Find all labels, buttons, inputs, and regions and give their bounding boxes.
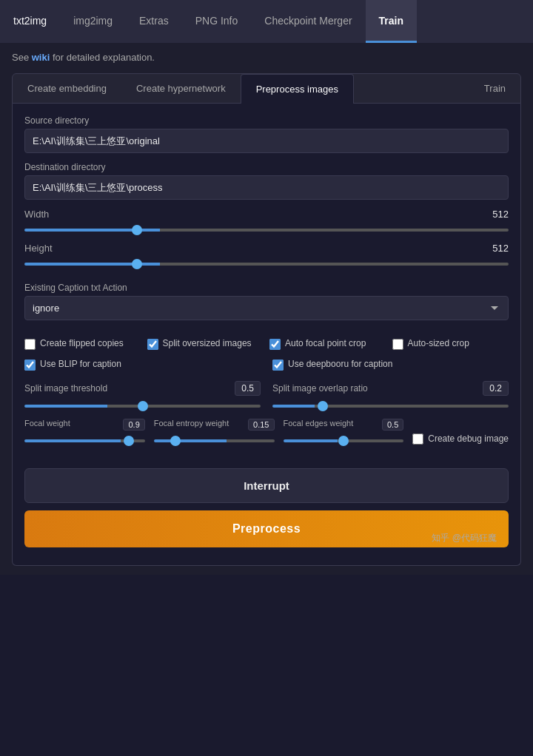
nav-tab-train[interactable]: Train: [366, 0, 417, 43]
width-container: Width 512: [24, 209, 509, 234]
split-overlap-label: Split image overlap ratio: [272, 383, 368, 394]
auto-sized-checkbox[interactable]: [392, 339, 403, 350]
sub-tabs: Create embedding Create hypernetwork Pre…: [12, 73, 521, 104]
focal-entropy-header: Focal entropy weight 0.15: [154, 419, 275, 431]
height-container: Height 512: [24, 243, 509, 268]
auto-focal-checkbox[interactable]: [269, 339, 281, 350]
wiki-link[interactable]: wiki: [32, 52, 50, 63]
nav-tab-checkpoint-merger[interactable]: Checkpoint Merger: [251, 0, 365, 43]
split-overlap-group: Split image overlap ratio 0.2: [272, 381, 509, 410]
dest-dir-label: Destination directory: [24, 162, 509, 172]
checkbox-row-2: Use BLIP for caption Use deepbooru for c…: [24, 359, 509, 371]
checkbox-grid-1: Create flipped copies Split oversized im…: [24, 338, 509, 350]
height-row: Height 512: [24, 243, 509, 254]
focal-weight-group: Focal weight 0.9: [24, 419, 145, 445]
sub-tab-train[interactable]: Train: [469, 74, 520, 103]
split-overlap-slider[interactable]: [272, 405, 509, 408]
focal-weight-slider[interactable]: [24, 439, 145, 442]
focal-entropy-group: Focal entropy weight 0.15: [154, 419, 275, 445]
focal-weight-header: Focal weight 0.9: [24, 419, 145, 431]
threshold-row: Split image threshold 0.5 Split image ov…: [24, 381, 509, 410]
sub-tab-create-hypernetwork[interactable]: Create hypernetwork: [121, 74, 241, 103]
split-threshold-label: Split image threshold: [24, 383, 107, 394]
nav-tab-png-info[interactable]: PNG Info: [182, 0, 252, 43]
main-content: See wiki for detailed explanation. Creat…: [0, 43, 533, 575]
split-threshold-value: 0.5: [235, 381, 261, 396]
top-navigation: txt2img img2img Extras PNG Info Checkpoi…: [0, 0, 533, 43]
dest-dir-input[interactable]: [24, 175, 509, 200]
create-flipped-item[interactable]: Create flipped copies: [24, 338, 141, 350]
create-flipped-label: Create flipped copies: [40, 338, 124, 348]
use-deepbooru-item[interactable]: Use deepbooru for caption: [272, 359, 509, 371]
split-overlap-header: Split image overlap ratio 0.2: [272, 381, 509, 396]
split-threshold-header: Split image threshold 0.5: [24, 381, 261, 396]
focal-entropy-slider[interactable]: [154, 439, 275, 442]
split-overlap-value: 0.2: [483, 381, 509, 396]
dest-dir-group: Destination directory: [24, 162, 509, 200]
focal-edges-label: Focal edges weight: [284, 419, 354, 431]
use-deepbooru-checkbox[interactable]: [272, 360, 284, 371]
create-debug-label: Create debug image: [428, 433, 509, 444]
auto-focal-label: Auto focal point crop: [285, 338, 366, 348]
use-blip-label: Use BLIP for caption: [40, 359, 121, 369]
split-oversized-label: Split oversized images: [163, 338, 252, 348]
wiki-suffix: for detailed explanation.: [50, 52, 155, 63]
focal-edges-slider[interactable]: [284, 439, 404, 442]
create-debug-item[interactable]: Create debug image: [412, 431, 509, 445]
create-flipped-checkbox[interactable]: [24, 339, 36, 350]
focal-edges-header: Focal edges weight 0.5: [284, 419, 404, 431]
width-label: Width: [24, 209, 479, 220]
split-threshold-group: Split image threshold 0.5: [24, 381, 261, 410]
split-oversized-item[interactable]: Split oversized images: [147, 338, 264, 350]
create-debug-checkbox[interactable]: [412, 433, 423, 445]
auto-focal-item[interactable]: Auto focal point crop: [269, 338, 386, 350]
interrupt-button[interactable]: Interrupt: [24, 468, 509, 503]
height-value: 512: [479, 243, 509, 254]
wiki-line: See wiki for detailed explanation.: [12, 52, 521, 63]
focal-weight-value: 0.9: [123, 419, 144, 431]
focal-edges-group: Focal edges weight 0.5: [284, 419, 404, 445]
caption-action-group: Existing Caption txt Action ignore copy …: [24, 283, 509, 320]
width-slider[interactable]: [24, 229, 509, 232]
bottom-area: Interrupt Preprocess 知乎 @代码狂魔: [24, 458, 509, 553]
source-dir-input[interactable]: [24, 129, 509, 153]
nav-tab-extras[interactable]: Extras: [126, 0, 182, 43]
focal-edges-value: 0.5: [382, 419, 403, 431]
focal-weight-label: Focal weight: [24, 419, 70, 431]
use-blip-checkbox[interactable]: [24, 360, 36, 371]
source-dir-group: Source directory: [24, 115, 509, 153]
watermark: 知乎 @代码狂魔: [432, 532, 497, 544]
preprocess-panel: Source directory Destination directory W…: [12, 104, 521, 566]
height-slider[interactable]: [24, 263, 509, 266]
nav-tab-img2img[interactable]: img2img: [60, 0, 126, 43]
width-row: Width 512: [24, 209, 509, 220]
caption-action-select[interactable]: ignore copy prepend append: [24, 296, 509, 320]
auto-sized-item[interactable]: Auto-sized crop: [392, 338, 509, 350]
use-blip-item[interactable]: Use BLIP for caption: [24, 359, 261, 371]
height-label: Height: [24, 243, 479, 254]
sub-tab-create-embedding[interactable]: Create embedding: [13, 74, 121, 103]
focal-entropy-label: Focal entropy weight: [154, 419, 229, 431]
caption-action-label: Existing Caption txt Action: [24, 283, 509, 293]
auto-sized-label: Auto-sized crop: [408, 338, 469, 348]
wiki-prefix: See: [12, 52, 32, 63]
sub-tab-preprocess-images[interactable]: Preprocess images: [241, 74, 354, 104]
width-value: 512: [479, 209, 509, 220]
nav-tab-txt2img[interactable]: txt2img: [0, 0, 60, 43]
focal-row: Focal weight 0.9 Focal entropy weight 0.…: [24, 419, 509, 445]
split-threshold-slider[interactable]: [24, 405, 261, 408]
use-deepbooru-label: Use deepbooru for caption: [288, 359, 392, 369]
source-dir-label: Source directory: [24, 115, 509, 126]
split-oversized-checkbox[interactable]: [147, 339, 158, 350]
focal-entropy-value: 0.15: [248, 419, 274, 431]
